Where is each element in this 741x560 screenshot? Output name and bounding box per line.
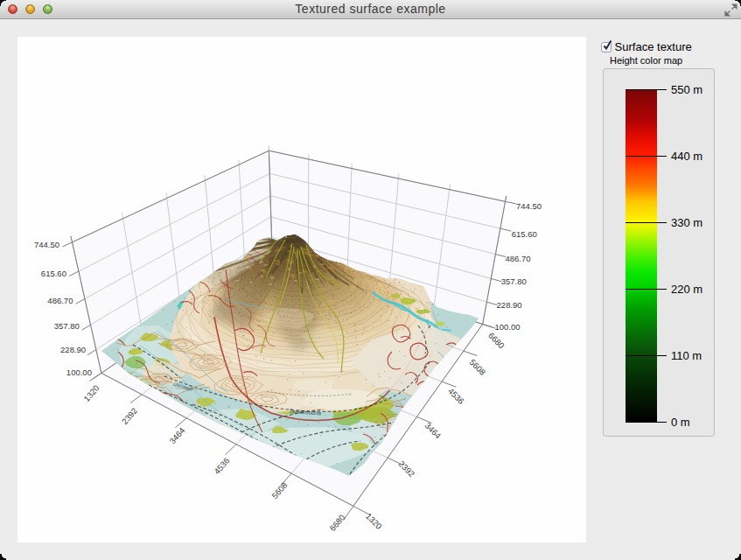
svg-text:486.70: 486.70 [505,254,530,263]
svg-text:5608: 5608 [269,480,289,500]
svg-text:615.60: 615.60 [41,269,66,278]
svg-text:744.50: 744.50 [34,240,59,249]
svg-text:6680: 6680 [486,331,507,351]
svg-text:100.00: 100.00 [494,322,520,332]
svg-text:615.60: 615.60 [512,229,537,239]
svg-text:744.50: 744.50 [516,201,542,211]
svg-text:5608: 5608 [468,357,488,377]
svg-text:100.00: 100.00 [66,368,92,377]
svg-text:6680: 6680 [327,513,346,533]
svg-text:1320: 1320 [364,511,384,531]
svg-text:228.90: 228.90 [60,345,86,354]
svg-text:4536: 4536 [446,386,466,406]
svg-text:228.90: 228.90 [497,300,522,310]
svg-text:486.70: 486.70 [47,296,73,305]
svg-text:3464: 3464 [423,421,444,441]
svg-text:357.80: 357.80 [501,276,527,286]
svg-text:3464: 3464 [167,425,186,445]
svg-text:357.80: 357.80 [54,321,80,331]
svg-text:4536: 4536 [212,456,231,476]
svg-text:2392: 2392 [397,458,417,479]
svg-text:2392: 2392 [120,406,139,426]
svg-text:1320: 1320 [81,383,101,403]
